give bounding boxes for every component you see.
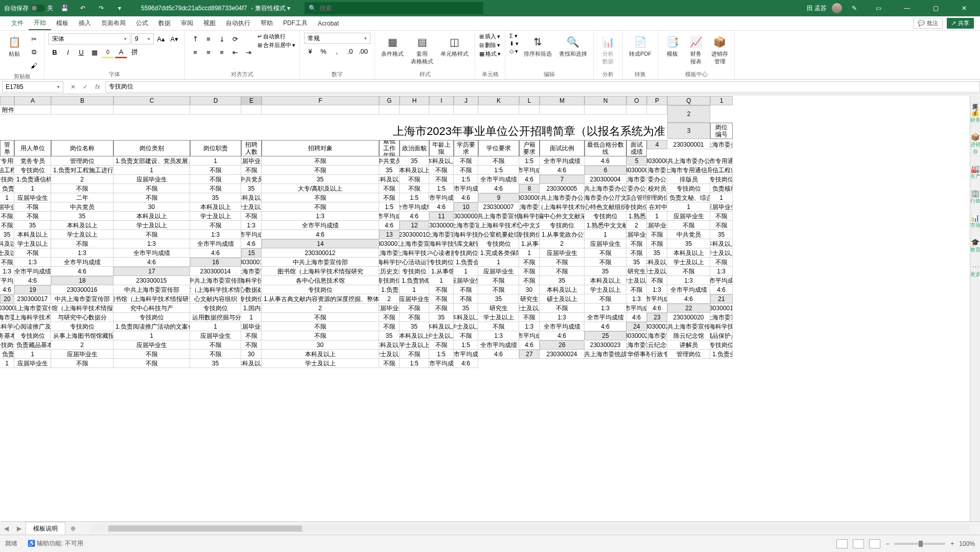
cell[interactable]: 230300006	[519, 193, 540, 202]
cell[interactable]: 中共上海市委宣传部	[647, 331, 667, 340]
cell[interactable]: 不限	[190, 175, 241, 184]
cell[interactable]: 应届毕业生	[400, 294, 429, 304]
col-header[interactable]: D	[190, 96, 241, 105]
increase-font-icon[interactable]: A▴	[155, 33, 167, 45]
row-header[interactable]: 11	[429, 212, 454, 221]
cell[interactable]: 4:6	[400, 212, 429, 221]
italic-icon[interactable]: I	[62, 46, 74, 58]
cell[interactable]: 35	[540, 276, 585, 285]
cell[interactable]: 专技岗位	[241, 294, 262, 304]
cell[interactable]: 不限	[379, 359, 400, 368]
cell[interactable]: 本科及以上	[14, 230, 51, 239]
cell[interactable]: 不限	[454, 166, 478, 175]
cut-icon[interactable]: ✂	[28, 33, 40, 45]
col-header[interactable]: J	[454, 96, 478, 105]
cell[interactable]: 不限	[14, 212, 51, 221]
format-as-table-button[interactable]: ▤套用 表格格式	[409, 33, 435, 66]
row-header[interactable]: 17	[113, 267, 190, 276]
cell[interactable]: 不限	[429, 285, 454, 294]
tab-automate[interactable]: 自动执行	[221, 16, 255, 30]
cell[interactable]: 硕士及以上	[540, 294, 585, 304]
cell[interactable]: 230300003	[626, 166, 647, 175]
cell[interactable]: 全市平均成绩	[454, 350, 478, 359]
cell[interactable]: 图书馆（上海科学技术情报研究	[14, 313, 51, 322]
cell[interactable]: 不限	[379, 322, 400, 331]
cell[interactable]: 230300024	[540, 350, 585, 359]
cell[interactable]: 中心阅读推广及新	[14, 322, 51, 331]
cell[interactable]: 1:5	[519, 156, 540, 166]
col-header[interactable]: N	[585, 96, 626, 105]
row-header[interactable]: 10	[454, 202, 478, 212]
cell[interactable]: 中共党员	[241, 175, 262, 184]
cell[interactable]: 230300013	[241, 258, 262, 267]
cell[interactable]: 1	[478, 258, 519, 267]
table-header[interactable]: 学位要求	[478, 140, 519, 156]
align-bottom-icon[interactable]: ⤓	[216, 33, 228, 45]
cell[interactable]: 230300005	[540, 184, 585, 193]
cell[interactable]: 研究生	[519, 294, 540, 304]
tab-home[interactable]: 开始	[29, 16, 51, 30]
cell[interactable]: 管理岗位	[647, 193, 667, 202]
cell[interactable]: 1	[585, 230, 626, 239]
cell[interactable]: 不限	[454, 331, 478, 340]
wrap-text-button[interactable]: ↵ 自动换行	[258, 33, 295, 40]
table-header[interactable]: 最低工作年限	[379, 140, 400, 156]
cell[interactable]: 4:6	[454, 359, 478, 368]
cell[interactable]: 中共上海市委统战部	[585, 350, 626, 359]
cell[interactable]: 不限	[519, 267, 540, 276]
cell[interactable]: 学士及以上	[51, 230, 113, 239]
cell[interactable]: 230300017	[14, 294, 51, 304]
cell[interactable]: 不限	[454, 156, 478, 166]
cell[interactable]: 各中心信息技术馆	[262, 276, 379, 285]
fill-color-icon[interactable]: ◊	[102, 46, 114, 58]
cell[interactable]: 藏品保护员	[710, 331, 733, 340]
cell[interactable]: 全市平均成绩	[647, 294, 667, 304]
cell[interactable]: 1:3	[0, 267, 14, 276]
cell[interactable]: 二年	[51, 193, 113, 202]
cell[interactable]: 应届毕业生	[647, 221, 667, 230]
percent-icon[interactable]: %	[317, 45, 330, 57]
cell[interactable]: 中共上海市委宣传部	[454, 221, 478, 230]
cell[interactable]	[454, 105, 478, 114]
cell[interactable]: 不限	[478, 156, 519, 166]
status-a11y[interactable]: ♿ 辅助功能: 不可用	[28, 539, 83, 548]
cell[interactable]: 全市平均成绩	[241, 230, 262, 239]
row-header[interactable]: 26	[540, 340, 585, 350]
cell[interactable]: 不限	[400, 304, 429, 313]
cell[interactable]: 本科及以上	[540, 285, 585, 294]
col-header[interactable]: C	[113, 96, 190, 105]
cell[interactable]: 35	[478, 294, 519, 304]
cell[interactable]: 230300016	[51, 285, 113, 294]
cell[interactable]: 专技岗位	[190, 304, 241, 313]
cell[interactable]: 全市平均成绩	[710, 276, 733, 285]
row-header[interactable]: 9	[478, 193, 519, 202]
cell[interactable]: 专技岗位	[429, 258, 454, 267]
cell[interactable]: 本科及以上	[51, 221, 113, 230]
cell[interactable]: 1	[454, 267, 478, 276]
cell[interactable]: 230300001	[667, 140, 710, 149]
cell[interactable]	[113, 105, 190, 114]
currency-icon[interactable]: ¥	[304, 45, 316, 57]
row-header[interactable]: 7	[540, 175, 585, 184]
align-middle-icon[interactable]: ≡	[202, 33, 215, 45]
cell[interactable]: 不限	[241, 331, 262, 340]
cell[interactable]	[647, 105, 667, 114]
cell[interactable]: 1	[241, 313, 262, 322]
cell[interactable]: 校对员	[647, 184, 667, 193]
cell[interactable]: 图书馆（上海科学技术情报研究	[379, 258, 400, 267]
cell[interactable]: 不限	[519, 313, 540, 322]
col-header[interactable]: B	[51, 96, 113, 105]
side-edu-icon[interactable]: 🎓教育	[970, 238, 981, 254]
cell[interactable]: 不限	[710, 221, 733, 230]
cell[interactable]: 1.从事书库文献流通工作与书库日常管理；2	[519, 239, 540, 248]
cell[interactable]: 不限	[667, 267, 710, 276]
cell[interactable]: 本科及以上	[379, 340, 400, 350]
cell[interactable]: 不限	[454, 294, 478, 304]
cell[interactable]: 不限	[585, 294, 626, 304]
cell[interactable]: 4:6	[262, 230, 379, 239]
cell[interactable]: 1:5	[429, 350, 454, 359]
redo-icon[interactable]: ↷	[94, 2, 108, 14]
cell[interactable]: 1	[190, 156, 241, 166]
cell[interactable]	[262, 105, 379, 114]
cell[interactable]: 全市平均成绩	[14, 267, 51, 276]
